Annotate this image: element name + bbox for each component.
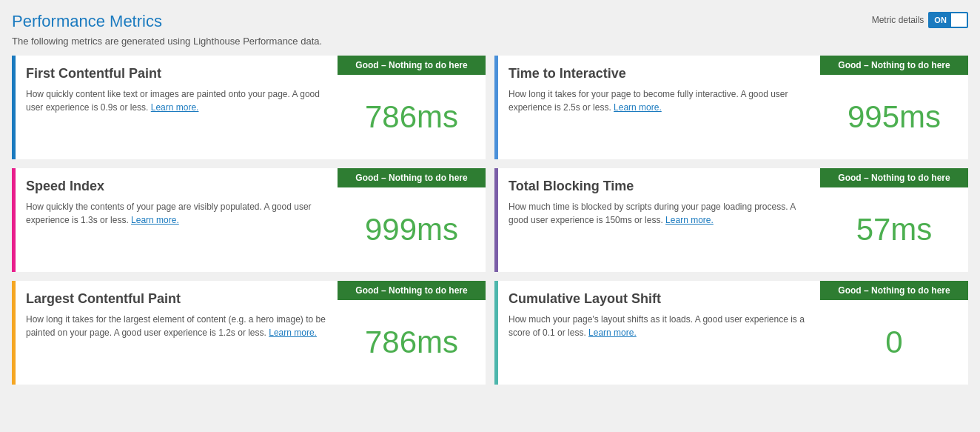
- metric-value-time-to-interactive: 995ms: [848, 75, 941, 159]
- metric-status-badge-first-contentful-paint: Good – Nothing to do here: [338, 56, 486, 75]
- metric-name-largest-contentful-paint: Largest Contentful Paint: [26, 291, 327, 307]
- learn-more-link-time-to-interactive[interactable]: Learn more.: [614, 102, 662, 113]
- learn-more-link-first-contentful-paint[interactable]: Learn more.: [151, 102, 199, 113]
- metric-right-cumulative-layout-shift: Good – Nothing to do here 0: [820, 281, 968, 385]
- metric-card-largest-contentful-paint: Largest Contentful Paint How long it tak…: [12, 281, 486, 385]
- learn-more-link-cumulative-layout-shift[interactable]: Learn more.: [588, 328, 637, 338]
- metric-name-time-to-interactive: Time to Interactive: [509, 66, 810, 82]
- metric-right-speed-index: Good – Nothing to do here 999ms: [338, 168, 486, 272]
- metric-description-time-to-interactive: How long it takes for your page to becom…: [509, 87, 810, 114]
- metric-content-first-contentful-paint: First Contentful Paint How quickly conte…: [16, 56, 338, 159]
- metric-description-cumulative-layout-shift: How much your page's layout shifts as it…: [509, 313, 810, 339]
- learn-more-link-largest-contentful-paint[interactable]: Learn more.: [269, 328, 317, 338]
- metric-value-largest-contentful-paint: 786ms: [365, 300, 458, 385]
- learn-more-link-total-blocking-time[interactable]: Learn more.: [665, 215, 714, 225]
- toggle-label: Metric details: [872, 15, 924, 25]
- metric-status-badge-speed-index: Good – Nothing to do here: [338, 168, 486, 187]
- metric-description-largest-contentful-paint: How long it takes for the largest elemen…: [26, 313, 327, 339]
- metric-right-time-to-interactive: Good – Nothing to do here 995ms: [820, 56, 968, 159]
- metric-status-badge-total-blocking-time: Good – Nothing to do here: [820, 168, 968, 187]
- metric-value-total-blocking-time: 57ms: [856, 187, 933, 272]
- toggle-switch[interactable]: ON: [928, 12, 968, 28]
- metric-details-toggle[interactable]: Metric details ON: [872, 12, 968, 28]
- metric-name-first-contentful-paint: First Contentful Paint: [26, 66, 327, 82]
- metric-card-total-blocking-time: Total Blocking Time How much time is blo…: [494, 168, 968, 272]
- metric-status-badge-time-to-interactive: Good – Nothing to do here: [820, 56, 968, 75]
- page-title: Performance Metrics: [12, 12, 968, 31]
- metric-description-first-contentful-paint: How quickly content like text or images …: [26, 87, 327, 114]
- metric-card-cumulative-layout-shift: Cumulative Layout Shift How much your pa…: [494, 281, 968, 385]
- metric-name-cumulative-layout-shift: Cumulative Layout Shift: [509, 291, 810, 307]
- metric-card-first-contentful-paint: First Contentful Paint How quickly conte…: [12, 56, 486, 159]
- metric-content-cumulative-layout-shift: Cumulative Layout Shift How much your pa…: [498, 281, 820, 385]
- metrics-grid: First Contentful Paint How quickly conte…: [12, 56, 968, 385]
- metric-right-largest-contentful-paint: Good – Nothing to do here 786ms: [338, 281, 486, 385]
- metric-name-speed-index: Speed Index: [26, 179, 327, 194]
- metric-status-badge-cumulative-layout-shift: Good – Nothing to do here: [820, 281, 968, 300]
- page-subtitle: The following metrics are generated usin…: [12, 36, 968, 47]
- metric-content-total-blocking-time: Total Blocking Time How much time is blo…: [498, 168, 820, 272]
- metric-right-first-contentful-paint: Good – Nothing to do here 786ms: [338, 56, 486, 159]
- toggle-on-label: ON: [930, 13, 951, 27]
- metric-value-speed-index: 999ms: [365, 187, 458, 272]
- metric-content-speed-index: Speed Index How quickly the contents of …: [16, 168, 338, 272]
- learn-more-link-speed-index[interactable]: Learn more.: [131, 215, 179, 225]
- page-header: Performance Metrics The following metric…: [12, 12, 968, 47]
- metric-card-time-to-interactive: Time to Interactive How long it takes fo…: [494, 56, 968, 159]
- toggle-off-area: [951, 13, 967, 27]
- metric-name-total-blocking-time: Total Blocking Time: [509, 179, 810, 194]
- metric-card-speed-index: Speed Index How quickly the contents of …: [12, 168, 486, 272]
- metric-right-total-blocking-time: Good – Nothing to do here 57ms: [820, 168, 968, 272]
- metric-content-time-to-interactive: Time to Interactive How long it takes fo…: [498, 56, 820, 159]
- metric-content-largest-contentful-paint: Largest Contentful Paint How long it tak…: [16, 281, 338, 385]
- metric-value-first-contentful-paint: 786ms: [365, 75, 458, 159]
- metric-value-cumulative-layout-shift: 0: [885, 300, 902, 385]
- metric-description-speed-index: How quickly the contents of your page ar…: [26, 200, 327, 227]
- metric-status-badge-largest-contentful-paint: Good – Nothing to do here: [338, 281, 486, 300]
- metric-description-total-blocking-time: How much time is blocked by scripts duri…: [509, 200, 810, 227]
